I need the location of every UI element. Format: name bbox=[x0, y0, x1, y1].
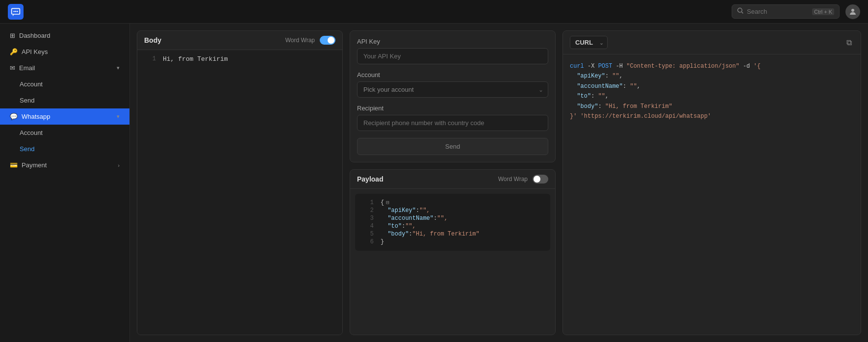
middle-column: API Key Account Pick your account ⌄ bbox=[350, 30, 556, 335]
sidebar-item-label: Send bbox=[20, 145, 34, 153]
code-content: Hi, from Terkirim bbox=[163, 55, 228, 63]
sidebar-item-label: Email bbox=[19, 64, 35, 72]
wordwrap-label: Word Wrap bbox=[285, 37, 315, 44]
copy-button[interactable]: ⧉ bbox=[844, 36, 854, 49]
payment-icon: 💳 bbox=[10, 161, 18, 169]
sidebar-item-label: API Keys bbox=[22, 48, 48, 55]
recipient-input[interactable] bbox=[357, 115, 548, 131]
logo-area bbox=[8, 4, 24, 20]
curl-header: CURL ⌄ ⧉ bbox=[563, 31, 861, 54]
svg-point-6 bbox=[851, 9, 854, 12]
recipient-group: Recipient bbox=[357, 105, 548, 131]
search-shortcut: Ctrl + K bbox=[812, 8, 834, 15]
sidebar-item-email-send[interactable]: Send bbox=[0, 92, 129, 108]
account-select[interactable]: Pick your account bbox=[357, 81, 548, 98]
api-keys-icon: 🔑 bbox=[10, 48, 18, 55]
sidebar-item-whatsapp-send[interactable]: Send bbox=[0, 141, 129, 157]
payload-wordwrap-toggle[interactable] bbox=[533, 175, 548, 184]
form-panel: API Key Account Pick your account ⌄ bbox=[350, 30, 556, 162]
account-group: Account Pick your account ⌄ bbox=[357, 71, 548, 98]
app-logo bbox=[8, 4, 24, 20]
payload-panel-title: Payload bbox=[357, 175, 383, 183]
search-bar[interactable]: Ctrl + K bbox=[732, 4, 840, 19]
svg-line-5 bbox=[741, 12, 743, 13]
send-button[interactable]: Send bbox=[357, 138, 548, 155]
svg-point-1 bbox=[13, 10, 15, 12]
search-input[interactable] bbox=[747, 8, 809, 15]
form-body: API Key Account Pick your account ⌄ bbox=[350, 31, 555, 162]
email-icon: ✉ bbox=[10, 64, 15, 72]
account-select-wrapper: Pick your account ⌄ bbox=[357, 81, 548, 98]
sidebar: ⊞ Dashboard 🔑 API Keys ✉ Email ▾ Account… bbox=[0, 24, 130, 342]
payload-panel-header: Payload Word Wrap bbox=[350, 170, 555, 189]
body-code-editor[interactable]: 1 Hi, from Terkirim bbox=[137, 50, 342, 335]
sidebar-item-dashboard[interactable]: ⊞ Dashboard bbox=[0, 27, 129, 44]
sidebar-item-email-account[interactable]: Account bbox=[0, 76, 129, 92]
curl-select-wrapper: CURL ⌄ bbox=[570, 36, 608, 49]
sidebar-item-label: Send bbox=[20, 97, 34, 104]
payload-panel: Payload Word Wrap 1 { ⊟ 2 "apiKey": "", bbox=[350, 169, 556, 335]
sidebar-item-label: Dashboard bbox=[19, 32, 51, 39]
svg-point-4 bbox=[738, 8, 742, 12]
account-label: Account bbox=[357, 71, 548, 79]
dashboard-icon: ⊞ bbox=[10, 32, 15, 39]
avatar[interactable] bbox=[845, 4, 860, 19]
svg-point-3 bbox=[17, 10, 18, 12]
sidebar-item-label: Account bbox=[20, 80, 43, 88]
payload-code: 1 { ⊟ 2 "apiKey": "", 3 "accountName": "… bbox=[355, 194, 550, 251]
curl-body: curl -X POST -H "Content-type: applicati… bbox=[563, 54, 861, 335]
sidebar-item-payment[interactable]: 💳 Payment › bbox=[0, 157, 129, 173]
sidebar-item-whatsapp[interactable]: 💬 Whatsapp ▾ bbox=[0, 108, 129, 125]
curl-command-keyword: curl bbox=[570, 63, 584, 70]
topbar: Ctrl + K bbox=[0, 0, 868, 24]
body-panel-header: Body Word Wrap bbox=[137, 31, 342, 50]
sidebar-item-label: Whatsapp bbox=[22, 113, 51, 120]
expand-icon: ⊟ bbox=[386, 199, 389, 206]
chevron-down-icon: ▾ bbox=[117, 113, 120, 120]
body-panel-title: Body bbox=[144, 36, 161, 44]
wordwrap-toggle[interactable] bbox=[320, 36, 335, 45]
curl-panel: CURL ⌄ ⧉ curl -X POST -H "Content-type: … bbox=[562, 30, 861, 335]
chevron-right-icon: › bbox=[118, 162, 120, 168]
body-panel: Body Word Wrap 1 Hi, from Terkirim bbox=[137, 30, 343, 335]
sidebar-item-label: Account bbox=[20, 129, 43, 136]
chevron-down-icon: ▾ bbox=[117, 65, 120, 71]
api-key-group: API Key bbox=[357, 38, 548, 64]
api-key-input[interactable] bbox=[357, 48, 548, 64]
api-key-label: API Key bbox=[357, 38, 548, 45]
sidebar-item-email[interactable]: ✉ Email ▾ bbox=[0, 60, 129, 76]
sidebar-item-whatsapp-account[interactable]: Account bbox=[0, 125, 129, 141]
recipient-label: Recipient bbox=[357, 105, 548, 112]
curl-language-select[interactable]: CURL bbox=[570, 36, 608, 49]
content-area: Body Word Wrap 1 Hi, from Terkirim API K… bbox=[130, 24, 868, 342]
search-icon bbox=[737, 7, 744, 16]
code-line: 1 Hi, from Terkirim bbox=[137, 55, 342, 63]
svg-point-2 bbox=[15, 10, 17, 12]
main-layout: ⊞ Dashboard 🔑 API Keys ✉ Email ▾ Account… bbox=[0, 24, 868, 342]
payload-wordwrap-label: Word Wrap bbox=[498, 176, 528, 183]
copy-icon: ⧉ bbox=[846, 38, 852, 47]
sidebar-item-label: Payment bbox=[22, 161, 47, 169]
sidebar-item-api-keys[interactable]: 🔑 API Keys bbox=[0, 44, 129, 60]
whatsapp-icon: 💬 bbox=[10, 113, 18, 120]
